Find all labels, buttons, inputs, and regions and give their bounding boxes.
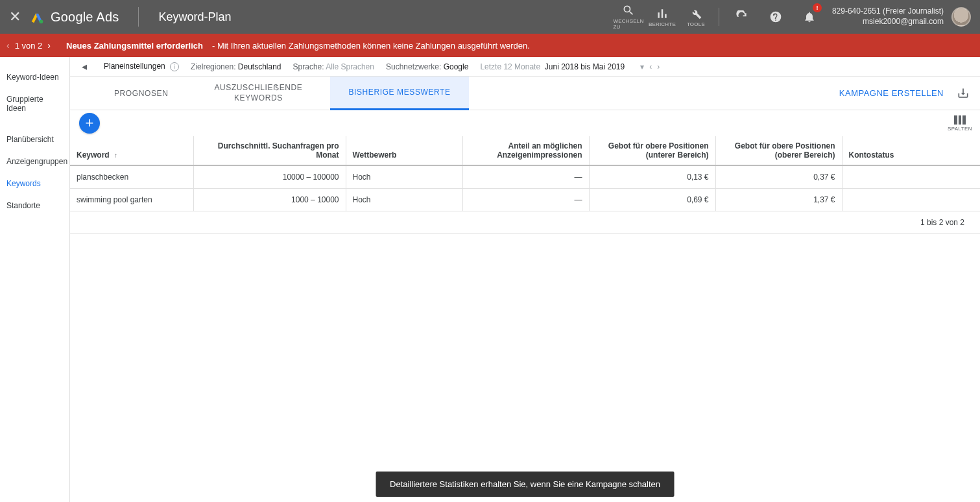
table-pager: 1 bis 2 von 2 <box>70 211 980 234</box>
reports-label: BERICHTE <box>649 21 676 27</box>
alert-prev-icon[interactable]: ‹ <box>6 40 10 51</box>
sidebar-item-anzeigengruppen[interactable]: Anzeigengruppen <box>0 150 69 173</box>
plan-settings-bar: ◂ Planeinstellungen i Zielregionen: Deut… <box>70 57 980 77</box>
columns-icon <box>954 115 966 125</box>
sidebar: Keyword-Ideen Gruppierte Ideen Planübers… <box>0 57 70 502</box>
table-row[interactable]: planschbecken 10000 – 100000 Hoch — 0,13… <box>70 165 980 189</box>
cell-account-status <box>842 165 980 189</box>
date-next-icon[interactable]: › <box>657 62 660 71</box>
keywords-table: Keyword ↑ Durchschnittl. Suchanfragen pr… <box>70 136 980 211</box>
plan-language[interactable]: Sprache: Alle Sprachen <box>293 62 374 71</box>
cell-impression-share: — <box>462 189 589 211</box>
col-impression-share[interactable]: Anteil an möglichen Anzeigenimpressionen <box>462 136 589 165</box>
plan-settings-label[interactable]: Planeinstellungen i <box>104 62 179 71</box>
refresh-button[interactable] <box>727 2 757 32</box>
google-ads-logo-icon <box>30 10 44 24</box>
reports-button[interactable]: BERICHTE <box>647 2 677 32</box>
bell-icon <box>803 10 816 23</box>
col-avg-searches[interactable]: Durchschnittl. Suchanfragen pro Monat <box>193 136 346 165</box>
col-competition[interactable]: Wettbewerb <box>346 136 462 165</box>
sidebar-item-standorte[interactable]: Standorte <box>0 195 69 217</box>
col-bid-high[interactable]: Gebot für obere Positionen (oberer Berei… <box>715 136 842 165</box>
svg-point-0 <box>39 19 43 23</box>
plan-period[interactable]: Letzte 12 Monate Juni 2018 bis Mai 2019 <box>480 62 625 71</box>
sidebar-item-keywords[interactable]: Keywords <box>0 173 69 195</box>
help-button[interactable] <box>761 2 791 32</box>
plan-back-icon[interactable]: ◂ <box>77 60 92 73</box>
columns-button[interactable]: SPALTEN <box>948 115 972 132</box>
cell-competition: Hoch <box>346 189 462 211</box>
header-divider-2 <box>719 8 719 26</box>
date-dropdown-icon[interactable]: ▾ <box>640 62 644 71</box>
sidebar-item-keyword-ideen[interactable]: Keyword-Ideen <box>0 66 69 88</box>
col-keyword[interactable]: Keyword ↑ <box>70 136 193 165</box>
toast-message: Detailliertere Statistiken erhalten Sie,… <box>376 472 675 497</box>
cell-avg-searches: 1000 – 10000 <box>193 189 346 211</box>
wrench-icon <box>689 7 702 20</box>
tabs-right: KAMPAGNE ERSTELLEN <box>839 87 970 100</box>
notifications-badge: ! <box>813 3 822 12</box>
tabs-bar: PROGNOSEN AUSZUSCHLIEẞENDE KEYWORDS BISH… <box>70 77 980 110</box>
search-icon <box>622 4 635 17</box>
main: ◂ Planeinstellungen i Zielregionen: Deut… <box>70 57 980 502</box>
avatar[interactable] <box>951 7 971 27</box>
plan-date-nav: ▾ ‹ › <box>640 62 660 71</box>
close-icon[interactable]: ✕ <box>9 8 21 25</box>
plan-regions[interactable]: Zielregionen: Deutschland <box>191 62 281 71</box>
switch-account-button[interactable]: WECHSELN ZU <box>614 2 643 32</box>
table-row[interactable]: swimming pool garten 1000 – 10000 Hoch —… <box>70 189 980 211</box>
account-id: 829-640-2651 (Freier Journalist) <box>832 6 944 17</box>
header-right: WECHSELN ZU BERICHTE TOOLS ! 829-640-265… <box>614 2 980 32</box>
product-logo-block[interactable]: Google Ads <box>30 10 119 25</box>
cell-bid-high: 0,37 € <box>715 165 842 189</box>
account-info[interactable]: 829-640-2651 (Freier Journalist) msiek20… <box>832 6 944 27</box>
cell-impression-share: — <box>462 165 589 189</box>
date-prev-icon[interactable]: ‹ <box>649 62 652 71</box>
account-email: msiek2000@gmail.com <box>863 17 944 27</box>
create-campaign-button[interactable]: KAMPAGNE ERSTELLEN <box>839 88 944 98</box>
tab-prognosen[interactable]: PROGNOSEN <box>96 77 186 110</box>
product-name: Google Ads <box>51 10 119 25</box>
alert-message: - Mit Ihren aktuellen Zahlungsmethoden k… <box>212 41 530 51</box>
table-header-row: Keyword ↑ Durchschnittl. Suchanfragen pr… <box>70 136 980 165</box>
cell-bid-low: 0,13 € <box>589 165 715 189</box>
tab-bisherige-messwerte[interactable]: BISHERIGE MESSWERTE <box>330 77 468 110</box>
alert-bar: ‹ 1 von 2 › Neues Zahlungsmittel erforde… <box>0 34 980 57</box>
cell-keyword: swimming pool garten <box>70 189 193 211</box>
alert-next-icon[interactable]: › <box>47 40 51 51</box>
switch-label: WECHSELN ZU <box>613 18 643 30</box>
alert-nav: ‹ 1 von 2 › <box>6 40 51 51</box>
help-icon <box>769 10 782 23</box>
table-toolbar: + SPALTEN <box>70 110 980 136</box>
cell-bid-high: 1,37 € <box>715 189 842 211</box>
col-account-status[interactable]: Kontostatus <box>842 136 980 165</box>
sidebar-item-planuebersicht[interactable]: Planübersicht <box>0 128 69 150</box>
cell-keyword: planschbecken <box>70 165 193 189</box>
download-icon[interactable] <box>957 87 970 100</box>
tools-button[interactable]: TOOLS <box>681 2 711 32</box>
alert-counter: 1 von 2 <box>15 41 43 51</box>
col-bid-low[interactable]: Gebot für obere Positionen (unterer Bere… <box>589 136 715 165</box>
info-icon[interactable]: i <box>170 62 179 71</box>
alert-title: Neues Zahlungsmittel erforderlich <box>66 41 203 51</box>
sidebar-item-gruppierte-ideen[interactable]: Gruppierte Ideen <box>0 88 69 119</box>
header-left: ✕ Google Ads Keyword-Plan <box>0 7 231 27</box>
cell-competition: Hoch <box>346 165 462 189</box>
cell-account-status <box>842 189 980 211</box>
bar-chart-icon <box>656 7 669 20</box>
cell-bid-low: 0,69 € <box>589 189 715 211</box>
sidebar-separator <box>0 119 69 128</box>
notifications-button[interactable]: ! <box>795 2 824 32</box>
table-body: planschbecken 10000 – 100000 Hoch — 0,13… <box>70 165 980 211</box>
tabs-left: PROGNOSEN AUSZUSCHLIEẞENDE KEYWORDS BISH… <box>96 77 469 110</box>
sort-asc-icon: ↑ <box>114 152 117 159</box>
tools-label: TOOLS <box>687 21 705 27</box>
body: Keyword-Ideen Gruppierte Ideen Planübers… <box>0 57 980 502</box>
plan-network[interactable]: Suchnetzwerke: Google <box>386 62 468 71</box>
refresh-icon <box>735 10 748 23</box>
cell-avg-searches: 10000 – 100000 <box>193 165 346 189</box>
tab-auszuschliessende-keywords[interactable]: AUSZUSCHLIEẞENDE KEYWORDS <box>191 77 325 110</box>
page-title: Keyword-Plan <box>158 10 231 24</box>
header-divider <box>138 7 139 27</box>
add-keyword-button[interactable]: + <box>79 113 100 134</box>
